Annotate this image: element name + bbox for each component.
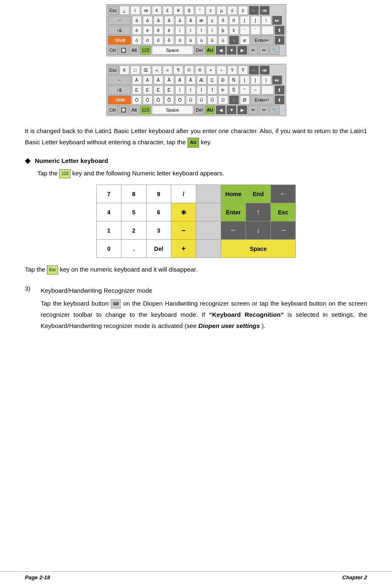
keyboard-recognition-bold: “Keyboard Recognition”	[209, 311, 284, 318]
numeric-keyboard-section: ◆ Numeric Letter keyboard Tap the 123 ke…	[25, 156, 367, 179]
keyboard-1: Esc ¿ i œ ¢ £ ¥ § ° ± µ ý ÿ ← ⏮ → à á	[106, 4, 286, 56]
numeric-keyboard-diagram: 7 8 9 / Home End ← 4 5 6 ∗ Enter ↑	[25, 185, 367, 258]
description-para: It is changed back to the Latin1 Basic L…	[25, 125, 367, 148]
keyboard-button-icon: ⌨	[111, 299, 121, 309]
bullet-title: Numeric Letter keyboard	[35, 157, 108, 164]
section-number: 3)	[25, 285, 37, 331]
numeric-kb-table: 7 8 9 / Home End ← 4 5 6 ∗ Enter ↑	[96, 185, 296, 258]
diopen-user-settings-link: Diopen user settings	[198, 322, 260, 329]
shift-key[interactable]: ↑Shft	[108, 95, 131, 104]
esc-key-inline: Esc	[47, 265, 58, 275]
esc-key[interactable]: Esc	[108, 6, 119, 15]
section-3: 3) Keyboard/Handwriting Recognizer mode …	[25, 285, 367, 331]
bullet-header: ◆ Numeric Letter keyboard	[25, 156, 367, 165]
section-content: Keyboard/Handwriting Recognizer mode Tap…	[41, 285, 367, 331]
keyboard-2: Esc € □ Œ « » ¶ © ® × ÷ Ý Ÿ ← ⏮ → À Á	[106, 64, 286, 116]
au-key-inline: AU	[187, 138, 199, 148]
numbered-item-3: 3) Keyboard/Handwriting Recognizer mode …	[25, 285, 367, 331]
bullet-text: Tap the 123 key and the following Numeri…	[37, 168, 367, 179]
keyboard-section: Esc ¿ i œ ¢ £ ¥ § ° ± µ ý ÿ ← ⏮ → à á	[25, 4, 367, 116]
section-title-line: Keyboard/Handwriting Recognizer mode	[41, 285, 367, 296]
123-key-inline: 123	[59, 169, 71, 178]
chapter-label: Chapter 2	[342, 574, 367, 581]
page-footer: Page 2-18 Chapter 2	[0, 571, 392, 581]
esc-instruction: Tap the Esc key on the numeric keyboard …	[25, 264, 367, 275]
section-para: Tap the keyboard button ⌨ on the Diopen …	[41, 298, 367, 331]
page-container: Esc ¿ i œ ¢ £ ¥ § ° ± µ ý ÿ ← ⏮ → à á	[0, 0, 392, 352]
bullet-diamond-icon: ◆	[25, 156, 31, 165]
page-number: Page 2-18	[25, 574, 50, 581]
